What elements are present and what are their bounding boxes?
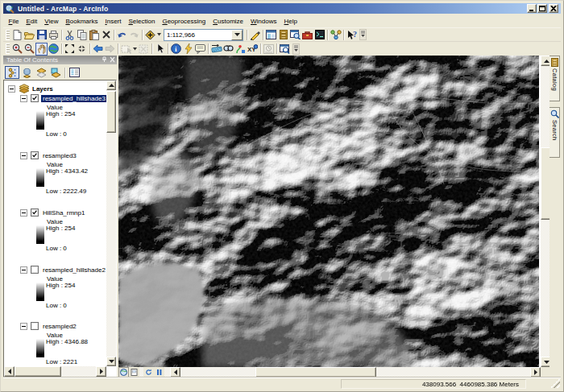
- search-window-button[interactable]: [289, 28, 301, 41]
- menu-help[interactable]: Help: [280, 16, 301, 27]
- full-extent-button[interactable]: [48, 43, 60, 56]
- maximize-button[interactable]: [537, 4, 547, 13]
- menu-file[interactable]: File: [5, 16, 23, 27]
- toc-horizontal-scrollbar[interactable]: [4, 366, 106, 377]
- redo-button[interactable]: [128, 28, 140, 41]
- clear-selection-button[interactable]: [138, 43, 150, 56]
- map-hscroll-thumb[interactable]: [255, 367, 376, 378]
- copy-button[interactable]: [76, 28, 88, 41]
- python-window-button[interactable]: [313, 28, 326, 41]
- layout-view-button[interactable]: [129, 367, 139, 378]
- find-button[interactable]: [222, 43, 234, 56]
- zoom-out-button[interactable]: [23, 43, 35, 56]
- options-button[interactable]: [67, 66, 81, 79]
- layer-checkbox[interactable]: [31, 266, 39, 274]
- select-features-button[interactable]: [120, 43, 132, 56]
- layer-checkbox[interactable]: [31, 322, 39, 330]
- menu-customize[interactable]: Customize: [209, 16, 247, 27]
- print-button[interactable]: [48, 28, 60, 41]
- layer-name[interactable]: HillSha_rmnp1: [41, 209, 86, 217]
- go-back-extent-button[interactable]: [92, 43, 104, 56]
- toc-scroll-left-button[interactable]: [4, 366, 15, 377]
- zoom-in-button[interactable]: [11, 43, 23, 56]
- list-by-source-button[interactable]: [19, 66, 34, 79]
- whats-this-button[interactable]: ?: [346, 28, 358, 41]
- toc-scroll-right-button[interactable]: [96, 366, 106, 377]
- close-button[interactable]: [549, 4, 558, 13]
- find-route-button[interactable]: [234, 43, 247, 56]
- toc-scroll-up-button[interactable]: [106, 80, 116, 90]
- go-forward-extent-button[interactable]: [104, 43, 116, 56]
- model-builder-button[interactable]: [330, 28, 342, 41]
- menu-view[interactable]: View: [41, 16, 62, 27]
- layer-checkbox[interactable]: [31, 151, 39, 159]
- cut-button[interactable]: [64, 28, 76, 41]
- menu-edit[interactable]: Edit: [23, 16, 41, 27]
- layer-checkbox[interactable]: [31, 208, 39, 217]
- toolbar-grip[interactable]: [6, 30, 10, 40]
- pause-drawing-button[interactable]: [154, 367, 164, 378]
- data-view-button[interactable]: [118, 367, 129, 378]
- hillshade-raster[interactable]: [118, 56, 539, 368]
- go-to-xy-button[interactable]: XY: [247, 43, 259, 56]
- map-scroll-left-button[interactable]: [170, 367, 180, 378]
- toc-close-icon[interactable]: [110, 56, 115, 64]
- hyperlink-button[interactable]: [182, 43, 194, 56]
- layers-expander[interactable]: [8, 85, 15, 93]
- toc-vertical-scrollbar[interactable]: [106, 80, 116, 366]
- table-of-contents-button[interactable]: [265, 28, 277, 41]
- resize-grip[interactable]: [550, 378, 560, 388]
- viewer-window-button[interactable]: [279, 43, 291, 56]
- toolbar-grip[interactable]: [6, 43, 10, 54]
- list-by-drawing-order-button[interactable]: [5, 66, 19, 79]
- editor-toolbar-button[interactable]: [249, 28, 261, 41]
- list-by-visibility-button[interactable]: [34, 66, 48, 79]
- layers-root-label[interactable]: Layers: [32, 85, 53, 93]
- save-button[interactable]: [35, 28, 48, 41]
- pan-button[interactable]: [35, 43, 48, 56]
- toc-scroll-down-button[interactable]: [106, 357, 116, 366]
- html-popup-button[interactable]: [194, 43, 206, 56]
- layer-expander[interactable]: [20, 152, 27, 159]
- map-view[interactable]: [118, 56, 541, 367]
- identify-button[interactable]: i: [170, 43, 182, 56]
- layer-name[interactable]: resampled_hillshade2: [41, 266, 106, 274]
- menu-insert[interactable]: Insert: [102, 16, 125, 27]
- layer-expander[interactable]: [20, 266, 27, 274]
- menu-bookmarks[interactable]: Bookmarks: [62, 16, 102, 27]
- map-hscroll-track[interactable]: [180, 367, 255, 378]
- layer-expander[interactable]: [20, 323, 27, 330]
- list-by-selection-button[interactable]: [48, 66, 63, 79]
- fixed-zoom-in-button[interactable]: [64, 43, 76, 56]
- menu-geoprocessing[interactable]: Geoprocessing: [159, 16, 209, 27]
- measure-button[interactable]: [210, 43, 222, 56]
- minimize-button[interactable]: [527, 4, 537, 13]
- delete-button[interactable]: [100, 28, 112, 41]
- undo-button[interactable]: [116, 28, 128, 41]
- new-document-button[interactable]: [11, 28, 23, 41]
- toc-hscroll-thumb[interactable]: [15, 366, 61, 377]
- layer-checkbox[interactable]: [31, 94, 39, 102]
- scale-dropdown-button[interactable]: [231, 30, 243, 40]
- map-scale-value[interactable]: 1:112,966: [164, 31, 231, 39]
- tab-search[interactable]: Search: [549, 107, 560, 158]
- add-data-button[interactable]: [144, 28, 156, 41]
- time-slider-button[interactable]: [263, 43, 275, 56]
- pin-icon[interactable]: [102, 56, 107, 64]
- menu-selection[interactable]: Selection: [125, 16, 159, 27]
- layer-name[interactable]: resampled2: [41, 323, 78, 330]
- select-features-dropdown-caret[interactable]: [132, 43, 138, 56]
- paste-button[interactable]: [88, 28, 100, 41]
- layer-name[interactable]: resampled_hillshade3: [41, 95, 106, 102]
- select-elements-button[interactable]: [154, 43, 166, 56]
- catalog-window-button[interactable]: [277, 28, 289, 41]
- open-folder-button[interactable]: [23, 28, 35, 41]
- map-scale-combobox[interactable]: 1:112,966: [164, 29, 243, 41]
- toolbar-overflow-button[interactable]: [292, 43, 300, 55]
- toolbar-overflow-button[interactable]: [359, 29, 367, 40]
- add-data-dropdown-caret[interactable]: [156, 28, 162, 41]
- arctoolbox-button[interactable]: [301, 28, 313, 41]
- menu-windows[interactable]: Windows: [247, 16, 280, 27]
- toc-scroll-thumb[interactable]: [106, 91, 116, 133]
- layer-name[interactable]: resampled3: [41, 152, 78, 159]
